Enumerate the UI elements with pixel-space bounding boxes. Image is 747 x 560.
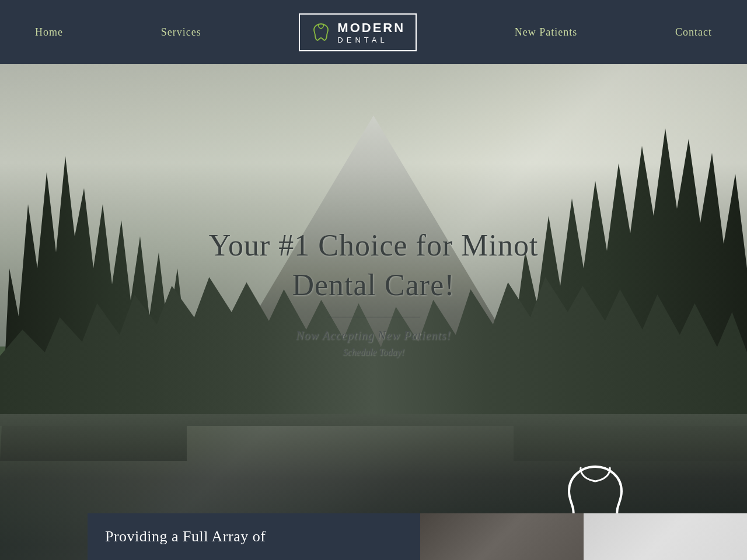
tooth-logo-icon (310, 22, 331, 43)
nav-home-link[interactable]: Home (35, 26, 63, 38)
logo-text: MODERN DENTAL (337, 20, 405, 44)
logo-modern: MODERN (337, 20, 405, 36)
logo-dental: DENTAL (337, 36, 405, 44)
bottom-text-box: Providing a Full Array of (88, 513, 420, 560)
hero-title-line2: Dental Care! (292, 268, 455, 302)
logo[interactable]: MODERN DENTAL (299, 13, 417, 51)
bottom-image-1 (420, 513, 584, 560)
hero-divider (327, 317, 420, 317)
bottom-image-2 (584, 513, 747, 560)
hero-title-line1: Your #1 Choice for Minot (209, 229, 539, 262)
nav-contact-link[interactable]: Contact (675, 26, 712, 38)
bottom-text: Providing a Full Array of (105, 528, 266, 545)
hero-title: Your #1 Choice for Minot Dental Care! (209, 226, 539, 304)
hero-cta: Schedule Today! (343, 347, 404, 358)
navigation: Home Services MODERN DENTAL New Patients… (0, 0, 747, 64)
hero-section: Your #1 Choice for Minot Dental Care! No… (0, 64, 747, 560)
nav-services-link[interactable]: Services (161, 26, 201, 38)
bottom-images (420, 513, 747, 560)
bottom-section: Providing a Full Array of (0, 513, 747, 560)
nav-new-patients-link[interactable]: New Patients (515, 26, 577, 38)
hero-subtitle: Now Accepting New Patients! (296, 329, 451, 342)
hero-content: Your #1 Choice for Minot Dental Care! No… (0, 64, 747, 560)
